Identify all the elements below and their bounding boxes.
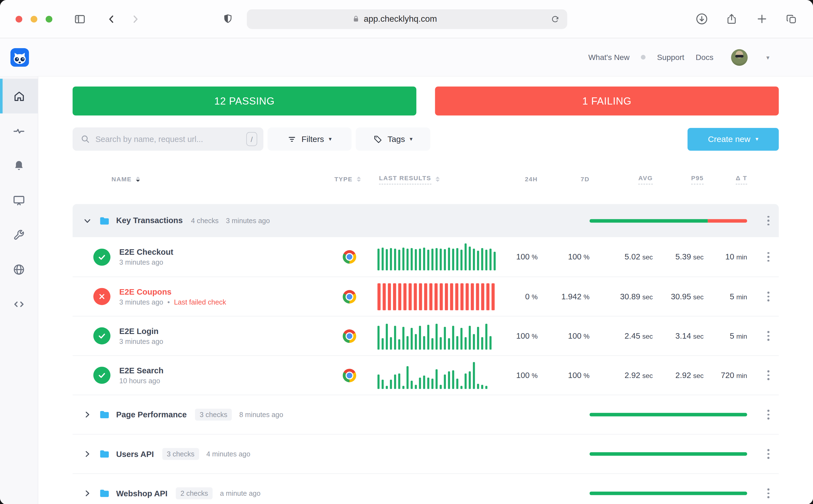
whats-new-indicator-dot [641,55,646,60]
search-shortcut-badge: / [246,132,257,146]
new-tab-button[interactable] [755,12,768,26]
chevron-right-icon[interactable] [83,489,92,498]
group-checks-count: 3 checks [195,409,232,420]
app-header: What's New Support Docs ▾ [0,38,813,76]
filters-button[interactable]: Filters ▾ [268,127,351,151]
group-name: Key Transactions [116,216,183,225]
chevron-down-icon[interactable] [83,216,92,225]
sidebar-toggle-button[interactable] [73,12,86,26]
downloads-button[interactable] [695,12,708,26]
forward-button[interactable] [129,12,142,26]
value-delta-t: 10min [704,252,747,262]
column-avg[interactable]: AVG [639,174,653,184]
support-link[interactable]: Support [657,53,684,62]
search-input[interactable] [95,135,246,144]
chrome-browser-icon [343,369,356,382]
check-updated: 3 minutes ago [119,338,163,345]
sidebar-item-dashboards[interactable] [0,183,38,218]
column-type[interactable]: TYPE [334,176,353,183]
create-new-button[interactable]: Create new ▾ [688,128,779,150]
plus-icon [756,13,768,25]
privacy-report-button[interactable] [221,12,235,26]
value-7d: 100% [537,252,589,262]
group-name: Page Performance [116,410,187,419]
value-7d: 100% [537,331,589,341]
kebab-menu-button[interactable] [766,368,772,382]
column-24h[interactable]: 24H [525,176,538,183]
sort-name-icon[interactable] [136,177,140,182]
filters-caret-icon: ▾ [329,136,332,142]
sort-last-results-icon[interactable] [435,177,440,182]
tab-overview-button[interactable] [784,12,798,26]
column-7d[interactable]: 7D [580,176,589,183]
passing-banner[interactable]: 12 PASSING [73,86,416,115]
column-name[interactable]: NAME [111,176,132,183]
group-row-users-api[interactable]: Users API 3 checks 4 minutes ago [73,434,779,473]
failing-banner[interactable]: 1 FAILING [435,86,779,115]
screen: What's New Support Docs ▾ [0,0,813,504]
url-input[interactable] [364,14,462,24]
value-7d: 1.942% [537,292,589,301]
column-p95[interactable]: P95 [691,174,703,184]
group-row-page-performance[interactable]: Page Performance 3 checks 8 minutes ago [73,395,779,434]
kebab-menu-button[interactable] [766,214,772,228]
address-bar[interactable] [247,9,567,29]
search-icon [80,134,90,144]
sort-type-icon[interactable] [357,177,361,182]
sidebar-item-home[interactable] [0,79,38,113]
check-row-e2e-checkout[interactable]: E2E Checkout 3 minutes ago 100% 100% 5.0… [73,237,779,276]
check-row-e2e-coupons[interactable]: E2E Coupons 3 minutes ago•Last failed ch… [73,276,779,316]
kebab-menu-button[interactable] [766,329,772,343]
checkly-logo[interactable] [10,48,29,67]
forward-chevron-icon [130,13,141,24]
group-row-key-transactions[interactable]: Key Transactions 4 checks 3 minutes ago [73,204,779,237]
search-box[interactable]: / [73,127,264,151]
check-name: E2E Search [119,366,163,375]
sidebar-item-private-locations[interactable] [0,252,38,287]
group-status-bar [589,452,747,456]
value-delta-t: 720min [704,371,747,380]
check-updated: 3 minutes ago [119,258,163,266]
dashboard-main: 12 PASSING 1 FAILING / Filters ▾ Tags [38,77,813,504]
group-row-webshop-api[interactable]: Webshop API 2 checks a minute ago [73,473,779,504]
close-window-button[interactable] [15,15,22,22]
group-checks-count: 3 checks [162,448,199,460]
tags-button[interactable]: Tags ▾ [356,127,430,151]
check-row-e2e-login[interactable]: E2E Login 3 minutes ago 100% 100% 2.45se… [73,316,779,355]
sidebar-item-maintenance[interactable] [0,218,38,252]
group-status-bar [589,492,747,495]
user-avatar[interactable] [731,49,748,65]
minimize-window-button[interactable] [31,15,37,22]
value-avg: 2.45sec [589,331,653,341]
value-p95: 3.14sec [653,331,704,341]
sidebar-item-checks[interactable] [0,113,38,148]
column-last-results[interactable]: LAST RESULTS [379,174,431,184]
kebab-menu-button[interactable] [766,290,772,303]
whats-new-link[interactable]: What's New [588,53,630,62]
folder-icon [99,215,110,226]
kebab-menu-button[interactable] [766,447,772,461]
back-button[interactable] [105,12,118,26]
sidebar-item-runtimes[interactable] [0,287,38,322]
value-delta-t: 5min [704,331,747,341]
chevron-right-icon[interactable] [83,410,92,419]
sidebar-item-alerts[interactable] [0,148,38,183]
docs-link[interactable]: Docs [696,53,713,62]
chevron-right-icon[interactable] [83,450,92,458]
account-menu-caret-icon[interactable]: ▾ [766,54,770,61]
share-button[interactable] [725,12,738,26]
lock-icon [352,15,359,23]
column-delta-t[interactable]: Δ T [736,174,747,184]
group-updated: 8 minutes ago [239,411,283,418]
group-updated: 3 minutes ago [226,217,270,224]
kebab-menu-button[interactable] [766,486,772,500]
check-row-e2e-search[interactable]: E2E Search 10 hours ago 100% 100% 2.92se… [73,355,779,395]
value-p95: 2.92sec [653,371,704,380]
last-failed-check-link[interactable]: Last failed check [174,298,226,306]
zoom-window-button[interactable] [46,15,52,22]
kebab-menu-button[interactable] [766,250,772,264]
reload-button[interactable] [548,12,562,26]
shield-icon [222,13,233,24]
check-updated: 3 minutes ago [119,298,163,306]
kebab-menu-button[interactable] [766,408,772,421]
